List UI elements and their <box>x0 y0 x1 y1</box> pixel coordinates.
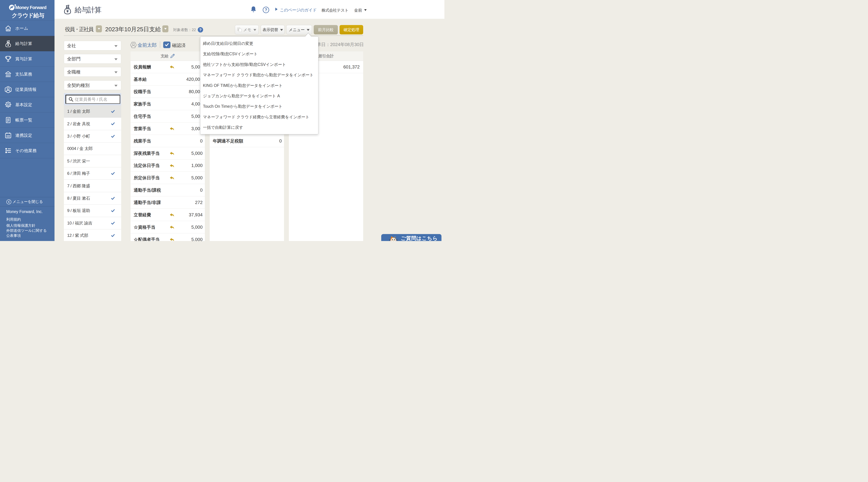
svg-text:?: ? <box>265 7 267 12</box>
svg-text:クラウド給与: クラウド給与 <box>12 12 44 19</box>
svg-text:Money Forward: Money Forward <box>15 5 46 10</box>
svg-text:¥: ¥ <box>7 43 9 47</box>
svg-text:¥: ¥ <box>66 9 69 13</box>
svg-text:?: ? <box>199 28 202 32</box>
